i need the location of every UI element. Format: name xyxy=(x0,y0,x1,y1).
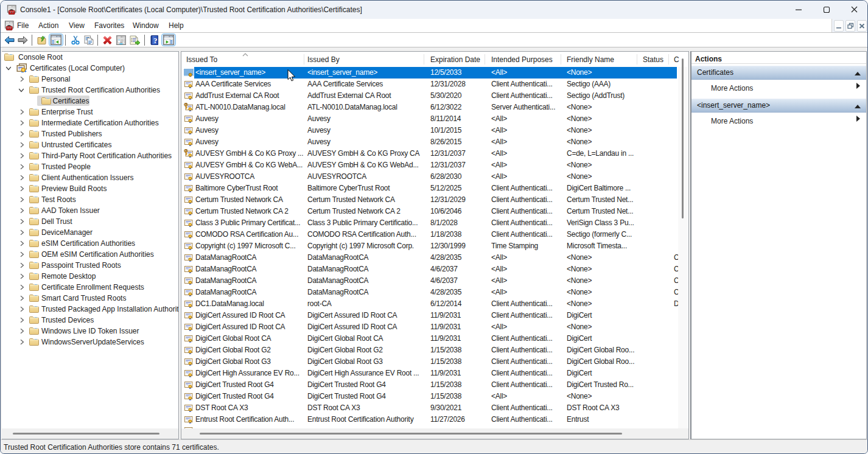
svg-text:?: ? xyxy=(153,36,158,45)
